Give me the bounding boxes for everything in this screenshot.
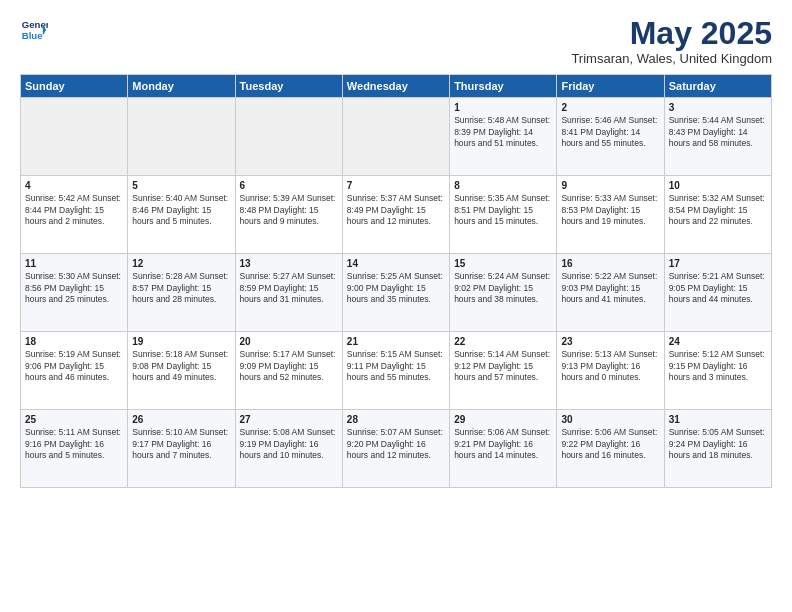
day-detail: Sunrise: 5:08 AM Sunset: 9:19 PM Dayligh… — [240, 427, 338, 461]
day-cell: 8Sunrise: 5:35 AM Sunset: 8:51 PM Daylig… — [450, 176, 557, 254]
day-cell: 10Sunrise: 5:32 AM Sunset: 8:54 PM Dayli… — [664, 176, 771, 254]
day-detail: Sunrise: 5:25 AM Sunset: 9:00 PM Dayligh… — [347, 271, 445, 305]
day-number: 16 — [561, 258, 659, 269]
day-number: 3 — [669, 102, 767, 113]
day-detail: Sunrise: 5:32 AM Sunset: 8:54 PM Dayligh… — [669, 193, 767, 227]
col-header-tuesday: Tuesday — [235, 75, 342, 98]
day-number: 9 — [561, 180, 659, 191]
day-cell — [21, 98, 128, 176]
col-header-sunday: Sunday — [21, 75, 128, 98]
day-detail: Sunrise: 5:48 AM Sunset: 8:39 PM Dayligh… — [454, 115, 552, 149]
day-detail: Sunrise: 5:18 AM Sunset: 9:08 PM Dayligh… — [132, 349, 230, 383]
day-number: 6 — [240, 180, 338, 191]
day-header-row: SundayMondayTuesdayWednesdayThursdayFrid… — [21, 75, 772, 98]
day-number: 18 — [25, 336, 123, 347]
day-detail: Sunrise: 5:30 AM Sunset: 8:56 PM Dayligh… — [25, 271, 123, 305]
day-cell: 14Sunrise: 5:25 AM Sunset: 9:00 PM Dayli… — [342, 254, 449, 332]
day-number: 23 — [561, 336, 659, 347]
day-detail: Sunrise: 5:15 AM Sunset: 9:11 PM Dayligh… — [347, 349, 445, 383]
day-cell: 4Sunrise: 5:42 AM Sunset: 8:44 PM Daylig… — [21, 176, 128, 254]
day-number: 10 — [669, 180, 767, 191]
day-number: 26 — [132, 414, 230, 425]
col-header-thursday: Thursday — [450, 75, 557, 98]
day-number: 17 — [669, 258, 767, 269]
day-number: 31 — [669, 414, 767, 425]
day-cell: 5Sunrise: 5:40 AM Sunset: 8:46 PM Daylig… — [128, 176, 235, 254]
day-number: 13 — [240, 258, 338, 269]
month-title: May 2025 — [571, 16, 772, 51]
day-detail: Sunrise: 5:37 AM Sunset: 8:49 PM Dayligh… — [347, 193, 445, 227]
day-detail: Sunrise: 5:06 AM Sunset: 9:22 PM Dayligh… — [561, 427, 659, 461]
day-cell: 20Sunrise: 5:17 AM Sunset: 9:09 PM Dayli… — [235, 332, 342, 410]
day-detail: Sunrise: 5:05 AM Sunset: 9:24 PM Dayligh… — [669, 427, 767, 461]
day-number: 27 — [240, 414, 338, 425]
logo-icon: General Blue — [20, 16, 48, 44]
day-number: 22 — [454, 336, 552, 347]
day-detail: Sunrise: 5:28 AM Sunset: 8:57 PM Dayligh… — [132, 271, 230, 305]
col-header-wednesday: Wednesday — [342, 75, 449, 98]
week-row-1: 1Sunrise: 5:48 AM Sunset: 8:39 PM Daylig… — [21, 98, 772, 176]
day-cell: 17Sunrise: 5:21 AM Sunset: 9:05 PM Dayli… — [664, 254, 771, 332]
day-cell: 26Sunrise: 5:10 AM Sunset: 9:17 PM Dayli… — [128, 410, 235, 488]
week-row-5: 25Sunrise: 5:11 AM Sunset: 9:16 PM Dayli… — [21, 410, 772, 488]
day-cell: 9Sunrise: 5:33 AM Sunset: 8:53 PM Daylig… — [557, 176, 664, 254]
day-cell: 29Sunrise: 5:06 AM Sunset: 9:21 PM Dayli… — [450, 410, 557, 488]
day-number: 29 — [454, 414, 552, 425]
title-block: May 2025 Trimsaran, Wales, United Kingdo… — [571, 16, 772, 66]
day-number: 11 — [25, 258, 123, 269]
day-cell: 12Sunrise: 5:28 AM Sunset: 8:57 PM Dayli… — [128, 254, 235, 332]
day-cell: 13Sunrise: 5:27 AM Sunset: 8:59 PM Dayli… — [235, 254, 342, 332]
day-number: 2 — [561, 102, 659, 113]
week-row-2: 4Sunrise: 5:42 AM Sunset: 8:44 PM Daylig… — [21, 176, 772, 254]
calendar-table: SundayMondayTuesdayWednesdayThursdayFrid… — [20, 74, 772, 488]
day-cell: 23Sunrise: 5:13 AM Sunset: 9:13 PM Dayli… — [557, 332, 664, 410]
day-detail: Sunrise: 5:44 AM Sunset: 8:43 PM Dayligh… — [669, 115, 767, 149]
day-detail: Sunrise: 5:12 AM Sunset: 9:15 PM Dayligh… — [669, 349, 767, 383]
day-cell: 7Sunrise: 5:37 AM Sunset: 8:49 PM Daylig… — [342, 176, 449, 254]
day-detail: Sunrise: 5:06 AM Sunset: 9:21 PM Dayligh… — [454, 427, 552, 461]
day-detail: Sunrise: 5:35 AM Sunset: 8:51 PM Dayligh… — [454, 193, 552, 227]
day-detail: Sunrise: 5:42 AM Sunset: 8:44 PM Dayligh… — [25, 193, 123, 227]
day-number: 14 — [347, 258, 445, 269]
day-number: 4 — [25, 180, 123, 191]
page-header: General Blue May 2025 Trimsaran, Wales, … — [20, 16, 772, 66]
day-detail: Sunrise: 5:17 AM Sunset: 9:09 PM Dayligh… — [240, 349, 338, 383]
day-detail: Sunrise: 5:10 AM Sunset: 9:17 PM Dayligh… — [132, 427, 230, 461]
week-row-4: 18Sunrise: 5:19 AM Sunset: 9:06 PM Dayli… — [21, 332, 772, 410]
day-cell: 3Sunrise: 5:44 AM Sunset: 8:43 PM Daylig… — [664, 98, 771, 176]
day-number: 25 — [25, 414, 123, 425]
day-detail: Sunrise: 5:21 AM Sunset: 9:05 PM Dayligh… — [669, 271, 767, 305]
day-cell: 27Sunrise: 5:08 AM Sunset: 9:19 PM Dayli… — [235, 410, 342, 488]
svg-text:Blue: Blue — [22, 30, 43, 41]
day-number: 12 — [132, 258, 230, 269]
day-cell — [128, 98, 235, 176]
day-number: 21 — [347, 336, 445, 347]
day-cell: 21Sunrise: 5:15 AM Sunset: 9:11 PM Dayli… — [342, 332, 449, 410]
day-number: 30 — [561, 414, 659, 425]
day-detail: Sunrise: 5:39 AM Sunset: 8:48 PM Dayligh… — [240, 193, 338, 227]
day-cell: 18Sunrise: 5:19 AM Sunset: 9:06 PM Dayli… — [21, 332, 128, 410]
day-detail: Sunrise: 5:24 AM Sunset: 9:02 PM Dayligh… — [454, 271, 552, 305]
day-number: 1 — [454, 102, 552, 113]
day-cell: 1Sunrise: 5:48 AM Sunset: 8:39 PM Daylig… — [450, 98, 557, 176]
day-cell: 2Sunrise: 5:46 AM Sunset: 8:41 PM Daylig… — [557, 98, 664, 176]
day-detail: Sunrise: 5:11 AM Sunset: 9:16 PM Dayligh… — [25, 427, 123, 461]
location: Trimsaran, Wales, United Kingdom — [571, 51, 772, 66]
day-number: 24 — [669, 336, 767, 347]
day-cell — [235, 98, 342, 176]
day-number: 5 — [132, 180, 230, 191]
day-cell — [342, 98, 449, 176]
day-number: 7 — [347, 180, 445, 191]
day-cell: 19Sunrise: 5:18 AM Sunset: 9:08 PM Dayli… — [128, 332, 235, 410]
day-number: 15 — [454, 258, 552, 269]
day-cell: 15Sunrise: 5:24 AM Sunset: 9:02 PM Dayli… — [450, 254, 557, 332]
day-cell: 24Sunrise: 5:12 AM Sunset: 9:15 PM Dayli… — [664, 332, 771, 410]
col-header-saturday: Saturday — [664, 75, 771, 98]
day-detail: Sunrise: 5:22 AM Sunset: 9:03 PM Dayligh… — [561, 271, 659, 305]
logo: General Blue — [20, 16, 48, 44]
day-cell: 25Sunrise: 5:11 AM Sunset: 9:16 PM Dayli… — [21, 410, 128, 488]
day-number: 28 — [347, 414, 445, 425]
day-detail: Sunrise: 5:46 AM Sunset: 8:41 PM Dayligh… — [561, 115, 659, 149]
day-cell: 6Sunrise: 5:39 AM Sunset: 8:48 PM Daylig… — [235, 176, 342, 254]
week-row-3: 11Sunrise: 5:30 AM Sunset: 8:56 PM Dayli… — [21, 254, 772, 332]
